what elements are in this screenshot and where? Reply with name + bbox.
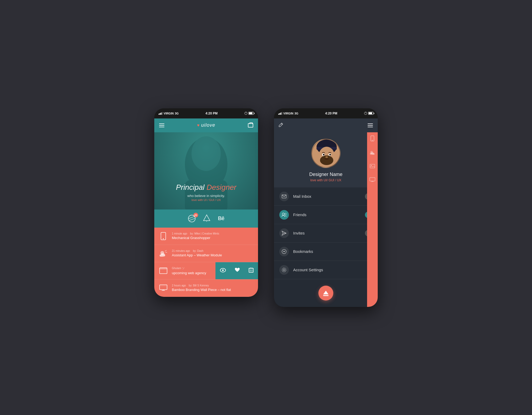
delete-button[interactable] bbox=[247, 265, 256, 276]
dribbble-link[interactable]: 21 bbox=[188, 215, 196, 222]
phone-right: VIRGIN 3G 4:20 PM bbox=[274, 108, 378, 307]
profile-tagline: love with UI/ GUI / UX bbox=[310, 178, 342, 182]
camp-icon bbox=[203, 214, 210, 222]
strip-monitor-icon bbox=[369, 177, 375, 183]
strip-phone-icon bbox=[371, 135, 374, 141]
menu-label-friends: Friends bbox=[293, 212, 365, 217]
feed-item-content: 21 minutes ago by: Dash Assistant App – … bbox=[172, 249, 222, 257]
feed-by: by: Bill S Kenney bbox=[189, 284, 209, 287]
strip-image-icon bbox=[370, 164, 375, 168]
heart-icon: ♥ bbox=[197, 123, 200, 128]
avatar-image bbox=[312, 139, 340, 168]
feed-meta: 21 minutes ago by: Dash bbox=[172, 249, 222, 252]
battery-icon bbox=[368, 112, 373, 115]
status-bar-right: VIRGIN 3G 4:20 PM bbox=[274, 108, 378, 118]
menu-item-settings[interactable]: Account Settings bbox=[274, 261, 378, 279]
svg-marker-3 bbox=[203, 215, 210, 221]
feed-icon-monitor bbox=[159, 283, 168, 293]
menu-item-invites[interactable]: Invites 1 bbox=[274, 224, 378, 243]
battery-fill bbox=[249, 112, 252, 114]
hero-subtitle: who believe in simplicity. bbox=[176, 194, 236, 198]
feed-icon-weather bbox=[159, 249, 168, 258]
signal-icon bbox=[159, 112, 163, 115]
side-strip bbox=[367, 132, 378, 307]
bookmark-icon bbox=[282, 249, 286, 254]
phones-container: VIRGIN 3G 4:20 PM ♥ uilove bbox=[154, 108, 378, 307]
feed-icon-photo bbox=[159, 266, 168, 276]
menu-item-friends[interactable]: Friends 25 bbox=[274, 206, 378, 224]
feed-item[interactable]: 2 hours ago by: Bill S Kenney Bamboo Bra… bbox=[154, 280, 258, 297]
strip-weather-icon bbox=[369, 150, 375, 155]
pencil-icon bbox=[279, 123, 283, 127]
strip-phone-icon bbox=[371, 135, 374, 142]
phone-icon bbox=[161, 232, 166, 240]
feed-time: 21 minutes ago bbox=[172, 249, 190, 252]
feed-icon-phone bbox=[159, 231, 168, 241]
dribbble-icon bbox=[188, 215, 196, 222]
feed-item-content: 2 hours ago by: Bill S Kenney Bamboo Bra… bbox=[172, 284, 231, 292]
photo-icon bbox=[159, 268, 167, 274]
monitor-icon bbox=[159, 285, 167, 291]
app-header-left: ♥ uilove bbox=[154, 118, 258, 132]
svg-point-41 bbox=[284, 251, 285, 252]
hamburger-line bbox=[159, 125, 164, 126]
feed-item[interactable]: 21 minutes ago by: Dash Assistant App – … bbox=[154, 245, 258, 262]
menu-label-invites: Invites bbox=[293, 231, 365, 235]
feed-item-content: 1 minute ago by: Mike | Creative Mints M… bbox=[172, 232, 219, 240]
logo-text: uilove bbox=[201, 122, 215, 128]
feed-by: Ghulam ソ bbox=[172, 266, 206, 270]
time-text: 4:20 PM bbox=[325, 112, 337, 115]
menu-button[interactable] bbox=[159, 124, 164, 127]
svg-line-24 bbox=[281, 124, 282, 125]
menu-item-bookmarks[interactable]: Bookmarks bbox=[274, 243, 378, 261]
like-button[interactable] bbox=[232, 265, 242, 276]
menu-item-mail[interactable]: Mail Inbox 5 bbox=[274, 187, 378, 206]
menu-footer bbox=[274, 279, 378, 307]
behance-icon: Bē bbox=[218, 215, 224, 221]
feed-title: Bamboo Branding Wall Piece – not flat bbox=[172, 288, 231, 292]
svg-rect-51 bbox=[370, 178, 375, 181]
pencil-button[interactable] bbox=[279, 123, 283, 128]
hero-text: Principal Designer who believe in simpli… bbox=[176, 183, 236, 202]
behance-link[interactable]: Bē bbox=[218, 215, 224, 221]
signal-icon bbox=[278, 112, 282, 115]
hamburger-line bbox=[159, 127, 164, 127]
menu-button-right[interactable] bbox=[368, 124, 373, 127]
strip-monitor-icon bbox=[369, 177, 375, 182]
battery-fill bbox=[369, 112, 372, 114]
app-header-right bbox=[274, 118, 378, 132]
hamburger-line bbox=[159, 124, 164, 124]
app-logo: ♥ uilove bbox=[197, 122, 215, 128]
clock-icon bbox=[364, 112, 367, 115]
network-text: 3G bbox=[294, 112, 298, 115]
time-text: 4:20 PM bbox=[206, 112, 218, 115]
gear-icon bbox=[282, 268, 286, 272]
feed-meta: 2 hours ago by: Bill S Kenney bbox=[172, 284, 231, 287]
svg-rect-14 bbox=[249, 268, 253, 272]
menu-label-mail: Mail Inbox bbox=[293, 194, 365, 199]
hamburger-line bbox=[368, 127, 373, 127]
menu-label-settings: Account Settings bbox=[293, 268, 372, 272]
menu-label-bookmarks: Bookmarks bbox=[293, 249, 372, 254]
swipe-actions bbox=[215, 262, 258, 279]
feed-title: upcoming web agency bbox=[172, 271, 206, 275]
eject-button[interactable] bbox=[318, 286, 333, 301]
friends-icon bbox=[281, 213, 287, 217]
strip-weather-icon bbox=[369, 150, 375, 156]
mail-icon bbox=[282, 195, 286, 198]
feed-title: Assistant App – Weather Module bbox=[172, 253, 222, 257]
svg-point-6 bbox=[163, 238, 164, 239]
briefcase-icon[interactable] bbox=[248, 123, 253, 128]
heart-icon bbox=[235, 268, 240, 272]
bookmarks-icon-wrap bbox=[279, 247, 289, 256]
feed-item[interactable]: 1 minute ago by: Mike | Creative Mints M… bbox=[154, 228, 258, 245]
clock-icon bbox=[244, 112, 247, 115]
strip-image-icon bbox=[370, 164, 375, 169]
view-button[interactable] bbox=[218, 265, 228, 276]
svg-point-36 bbox=[282, 213, 284, 215]
feed-by: by: Mike | Creative Mints bbox=[190, 232, 219, 235]
mail-icon-wrap bbox=[279, 192, 289, 201]
feed-item-swiped[interactable]: Ghulam ソ upcoming web agency bbox=[154, 262, 258, 280]
camp-link[interactable] bbox=[203, 214, 210, 223]
status-right bbox=[244, 112, 254, 115]
